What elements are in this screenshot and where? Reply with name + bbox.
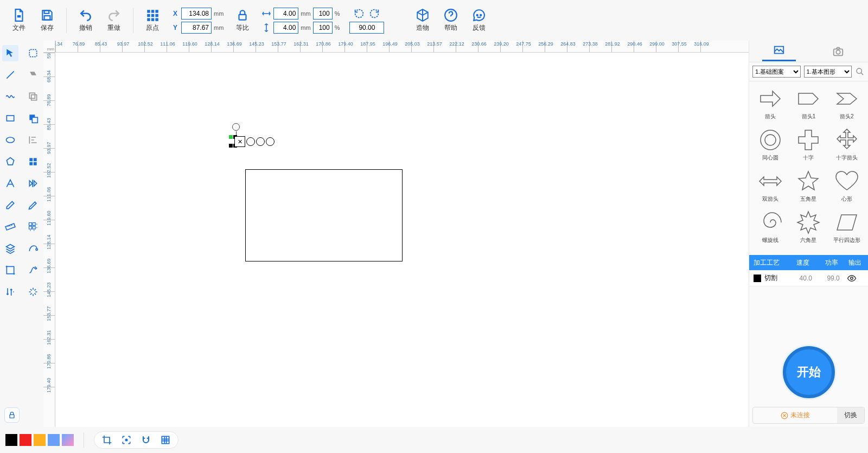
crop-view-icon[interactable] [101,434,113,446]
mirror-tool[interactable] [25,175,41,192]
x-input[interactable] [181,8,212,20]
select-tool[interactable] [2,45,18,61]
rectangle-shape[interactable] [245,169,403,261]
redo-button[interactable]: 重做 [101,6,126,35]
tab-library[interactable] [762,41,796,61]
shape-item[interactable]: 十字 [790,126,826,164]
pen-tool[interactable] [25,197,41,213]
aspect-lock-button[interactable]: 等比 [230,6,255,35]
path-tool[interactable] [25,262,41,278]
color-swatch[interactable] [34,434,46,446]
crop-tool[interactable] [2,262,18,278]
width-pct-input[interactable] [313,8,333,20]
svg-rect-7 [151,14,154,17]
color-swatch[interactable] [62,434,74,446]
subcategory-select[interactable]: 1.基本图形 [804,66,852,78]
shape-item[interactable]: 双箭头 [752,167,788,205]
shape-thumb [757,87,784,111]
height-input[interactable] [273,22,298,34]
circle-shape[interactable] [256,137,265,146]
file-label: 文件 [12,23,25,33]
selection-center[interactable]: ✕ [234,136,245,147]
shape-thumb [757,210,784,234]
circle-shape[interactable] [246,137,255,146]
svg-rect-19 [7,116,14,121]
search-icon[interactable] [855,67,865,76]
shape-item[interactable]: 同心圆 [752,126,788,164]
burst-tool[interactable] [25,284,41,300]
feedback-button[interactable]: 反馈 [467,6,492,35]
curve-tool[interactable] [2,88,18,105]
rotate-angle-input[interactable] [349,22,384,34]
color-swatch[interactable] [5,434,17,446]
rotation-handle[interactable] [232,123,240,131]
switch-device-button[interactable]: 切换 [837,407,864,423]
shape-item[interactable]: 箭头2 [829,85,865,123]
polygon-tool[interactable] [2,154,18,170]
shape-item[interactable]: 箭头 [752,85,788,123]
process-row[interactable]: 切割 40.0 99.0 [749,270,868,286]
resize-handle[interactable] [229,135,233,139]
save-button[interactable]: 保存 [35,6,60,35]
w-pct-unit: % [335,10,340,17]
width-input[interactable] [273,8,298,20]
subtract-tool[interactable] [25,110,41,126]
make-button[interactable]: 造物 [410,6,435,35]
align-tool[interactable] [25,132,41,148]
grid-tool[interactable] [25,154,41,170]
file-button[interactable]: 文件 [7,6,31,35]
array-tool[interactable] [25,219,41,235]
color-swatch[interactable] [48,434,60,446]
shape-item[interactable]: 平行四边形 [829,208,865,246]
shape-item[interactable]: 箭头1 [790,85,826,123]
origin-button[interactable]: 原点 [140,6,165,35]
eraser-tool[interactable] [2,197,18,213]
shape-fill-tool[interactable] [25,67,41,83]
shape-item[interactable]: 心形 [829,167,865,205]
shape-name: 螺旋线 [762,237,778,244]
y-input[interactable] [181,22,212,34]
shape-item[interactable]: 五角星 [790,167,826,205]
sort-tool[interactable] [2,284,18,300]
h-pct-unit: % [335,24,340,31]
marquee-tool[interactable] [25,45,41,61]
make-label: 造物 [416,23,429,33]
trace-tool[interactable] [25,240,41,257]
separator [133,8,133,33]
shape-item[interactable]: 六角星 [790,208,826,246]
ellipse-tool[interactable] [2,132,18,148]
svg-rect-23 [29,158,33,161]
circle-shape[interactable] [266,137,275,146]
shape-name: 平行四边形 [833,237,860,244]
copy-tool[interactable] [25,88,41,105]
resize-handle[interactable] [229,144,233,148]
rotate-ccw-icon[interactable] [353,8,365,20]
focus-icon[interactable] [120,434,132,446]
rotate-cw-icon[interactable] [368,8,380,20]
line-tool[interactable] [2,67,18,83]
magnet-icon[interactable] [140,434,152,446]
height-pct-input[interactable] [313,22,333,34]
ruler-tool[interactable] [2,219,18,235]
svg-rect-6 [147,14,150,17]
text-tool[interactable] [2,175,18,192]
tab-camera[interactable] [821,42,855,61]
shape-item[interactable]: 螺旋线 [752,208,788,246]
help-label: 帮助 [444,23,457,33]
undo-button[interactable]: 撤销 [73,6,98,35]
svg-rect-0 [17,15,21,17]
rectangle-tool[interactable] [2,110,18,126]
svg-point-32 [36,248,37,250]
canvas[interactable]: ✕ [55,53,749,427]
category-select[interactable]: 1.基础图案 [752,66,801,78]
grid-icon[interactable] [159,434,171,446]
selected-object[interactable]: ✕ [229,123,283,145]
layers-tool[interactable] [2,240,18,257]
color-swatch[interactable] [20,434,31,446]
help-button[interactable]: 帮助 [438,6,463,35]
lock-canvas-button[interactable] [4,407,20,423]
visibility-icon[interactable] [847,273,864,283]
start-button[interactable]: 开始 [783,346,835,398]
shape-item[interactable]: 十字箭头 [829,126,865,164]
connection-status: 未连接 [753,407,837,423]
